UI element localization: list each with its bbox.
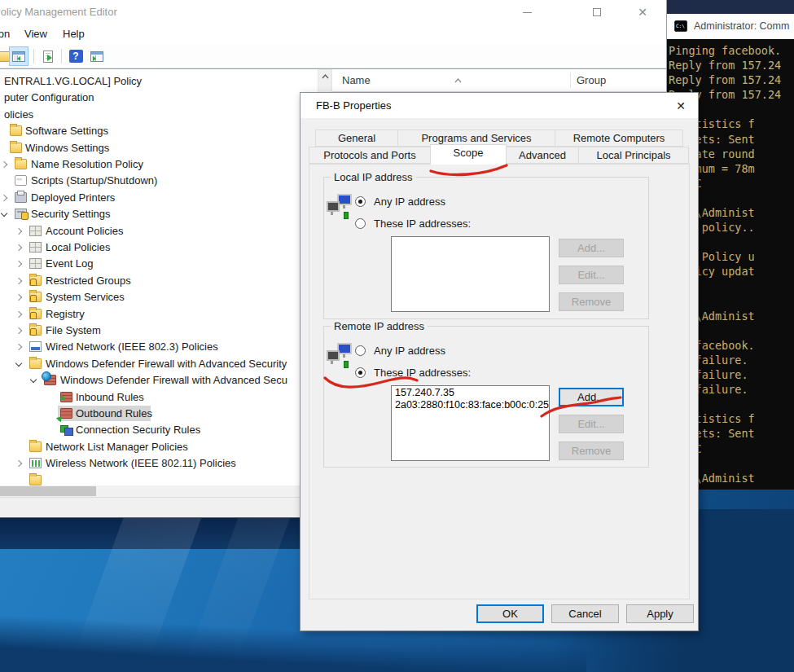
tree-item[interactable]: Deployed Printers (0, 190, 331, 206)
local-these-ip-label: These IP addresses: (374, 217, 471, 230)
gpme-titlebar[interactable]: Policy Management Editor ✕ (0, 0, 669, 24)
menu-view[interactable]: View (24, 28, 47, 40)
tree-item[interactable]: Outbound Rules (0, 406, 331, 422)
tree-item[interactable]: Windows Defender Firewall with Advanced … (0, 372, 331, 389)
tree-item[interactable]: Windows Settings (0, 140, 331, 156)
apply-button[interactable]: Apply (626, 604, 694, 623)
tree-item[interactable]: Event Log (0, 256, 331, 272)
local-add-button[interactable]: Add... (559, 239, 624, 257)
cancel-button[interactable]: Cancel (551, 604, 619, 623)
folder-icon (29, 441, 42, 452)
tree-item[interactable]: Local Policies (0, 239, 331, 256)
minimize-icon (523, 12, 532, 13)
firewall-globe-icon (44, 375, 56, 385)
menu-action[interactable]: Action (0, 28, 10, 40)
local-ip-listbox[interactable] (391, 236, 550, 312)
chevron-right-icon[interactable] (1, 161, 7, 168)
radio-selected-icon[interactable] (355, 196, 366, 207)
toolbar-help-button[interactable]: ? (66, 46, 86, 66)
local-remove-button[interactable]: Remove (559, 292, 624, 311)
folder-icon (29, 358, 42, 369)
column-divider[interactable] (570, 72, 571, 88)
tab-general[interactable]: General (315, 130, 398, 147)
tree-item[interactable]: puter Configuration (0, 90, 331, 106)
tree-item[interactable] (0, 472, 331, 486)
tree-item-label: olicies (4, 108, 33, 121)
chevron-right-icon[interactable] (15, 327, 22, 334)
tree-item[interactable]: olicies (0, 107, 331, 123)
radio-selected-icon[interactable] (355, 367, 366, 378)
scroll-up-button[interactable] (318, 69, 331, 83)
tree-item-label: Security Settings (31, 208, 111, 220)
radio-unselected-icon[interactable] (355, 345, 366, 356)
tab-scope[interactable]: Scope (430, 144, 507, 165)
column-header-name[interactable]: Name (342, 74, 371, 86)
menu-help[interactable]: Help (63, 28, 85, 40)
tree-item[interactable]: Inbound Rules (0, 389, 331, 406)
chevron-right-icon[interactable] (15, 310, 22, 317)
remote-ip-listbox[interactable]: 157.240.7.352a03:2880:f10c:83:face:b00c:… (391, 385, 550, 461)
ok-button[interactable]: OK (476, 604, 544, 623)
chevron-down-icon[interactable] (1, 210, 7, 217)
chevron-right-icon[interactable] (1, 195, 7, 201)
tree-horizontal-scrollbar[interactable] (0, 485, 331, 497)
chevron-right-icon[interactable] (15, 244, 22, 251)
radio-unselected-icon[interactable] (355, 218, 366, 229)
ip-address-item[interactable]: 157.240.7.35 (392, 386, 549, 398)
remote-these-ip-radio[interactable]: These IP addresses: (355, 367, 471, 379)
tree-item[interactable]: Restricted Groups (0, 273, 331, 289)
chevron-right-icon[interactable] (15, 261, 22, 267)
local-these-ip-radio[interactable]: These IP addresses: (355, 217, 471, 230)
folder-icon (29, 475, 42, 485)
maximize-button[interactable] (583, 0, 611, 24)
chevron-right-icon[interactable] (15, 294, 22, 301)
tree-item[interactable]: ENTRAL1.VG.LOCAL] Policy (0, 73, 331, 90)
tab-local-principals[interactable]: Local Principals (578, 147, 689, 164)
column-header-group[interactable]: Group (577, 74, 606, 86)
remote-remove-button[interactable]: Remove (559, 441, 624, 460)
chevron-right-icon[interactable] (15, 460, 22, 467)
tab-protocols-and-ports[interactable]: Protocols and Ports (309, 147, 431, 164)
dialog-close-button[interactable]: ✕ (667, 93, 695, 118)
minimize-button[interactable] (513, 0, 541, 24)
remote-edit-button[interactable]: Edit... (559, 415, 624, 433)
chevron-down-icon[interactable] (30, 376, 37, 383)
tree-item-label: Windows Settings (25, 142, 109, 154)
ip-address-item[interactable]: 2a03:2880:f10c:83:face:b00c:0:25 (392, 398, 549, 411)
scrollbar-thumb[interactable] (0, 486, 96, 496)
chevron-right-icon[interactable] (15, 344, 22, 350)
tree-item[interactable]: Windows Defender Firewall with Advanced … (0, 356, 331, 372)
chevron-right-icon[interactable] (15, 227, 22, 234)
close-button[interactable]: ✕ (629, 0, 656, 24)
tree-item[interactable]: Network List Manager Policies (0, 439, 331, 455)
local-any-ip-radio[interactable]: Any IP address (355, 195, 445, 208)
cmd-titlebar[interactable]: Administrator: Comm (667, 14, 794, 39)
chevron-right-icon[interactable] (15, 278, 22, 284)
tab-remote-computers[interactable]: Remote Computers (555, 130, 683, 147)
tree-item[interactable]: Registry (0, 306, 331, 323)
tree-item[interactable]: Security Settings (0, 206, 331, 222)
tree-item[interactable]: Scripts (Startup/Shutdown) (0, 173, 331, 189)
toolbar-show-console-tree-button[interactable] (9, 46, 29, 66)
tree-item[interactable]: Wired Network (IEEE 802.3) Policies (0, 339, 331, 355)
tree-item[interactable]: Software Settings (0, 123, 331, 139)
scope-tab-page: Local IP address Any IP address These IP… (309, 164, 690, 600)
tree-item[interactable]: Wireless Network (IEEE 802.11) Policies (0, 455, 331, 472)
folder-lock-icon (29, 325, 42, 336)
tree-item[interactable]: Connection Security Rules (0, 422, 331, 438)
local-ip-legend: Local IP address (331, 171, 416, 183)
tree-item-label: Name Resolution Policy (31, 158, 143, 170)
tree-item[interactable]: Account Policies (0, 223, 331, 239)
console-line: Reply from 157.24 (669, 72, 794, 87)
tab-advanced[interactable]: Advanced (506, 147, 579, 164)
dialog-titlebar[interactable]: FB-B Properties ✕ (300, 93, 698, 118)
tree-item[interactable]: File System (0, 323, 331, 339)
remote-any-ip-radio[interactable]: Any IP address (355, 345, 445, 357)
tree-item[interactable]: System Services (0, 289, 331, 305)
remote-add-button[interactable]: Add... (559, 388, 624, 406)
toolbar-export-list-button[interactable] (38, 46, 58, 66)
local-edit-button[interactable]: Edit... (559, 266, 624, 284)
toolbar-show-properties-button[interactable] (87, 46, 107, 66)
chevron-down-icon[interactable] (15, 360, 22, 367)
tree-item[interactable]: Name Resolution Policy (0, 156, 331, 173)
